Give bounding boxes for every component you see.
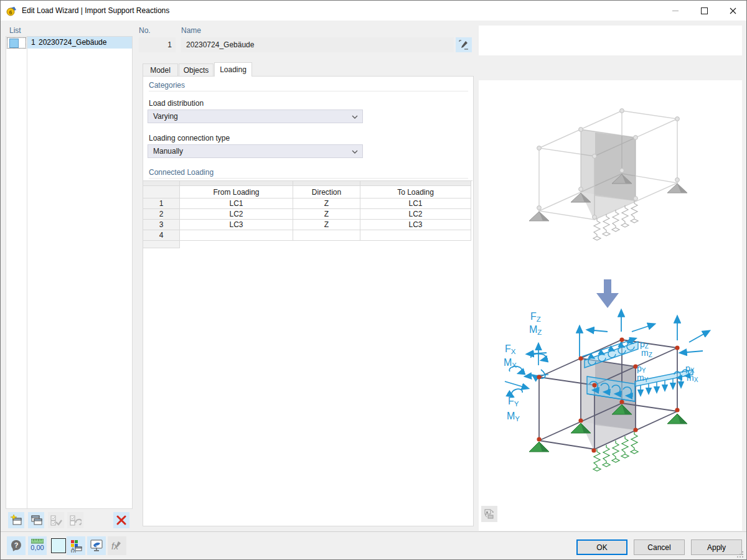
tab-objects[interactable]: Objects	[179, 63, 214, 77]
cell-from[interactable]	[180, 230, 293, 241]
units-settings-button[interactable]: 0,00	[28, 536, 47, 555]
tab-model-label: Model	[150, 66, 171, 75]
formula-editor-button[interactable]: fx	[108, 536, 126, 555]
chevron-down-icon	[352, 115, 358, 119]
list-panel: 1 20230724_Gebäude	[6, 36, 133, 509]
app-icon: 6	[6, 5, 17, 16]
cell-to[interactable]	[360, 230, 471, 241]
cell-direction[interactable]: Z	[293, 209, 360, 220]
label-fy: FY	[508, 396, 519, 408]
table-header-row: From Loading Direction To Loading	[143, 186, 472, 198]
select-all-button[interactable]	[48, 512, 64, 528]
cell-from[interactable]: LC3	[180, 220, 293, 230]
list-item[interactable]: 1 20230724_Gebäude	[27, 37, 132, 49]
svg-text:6: 6	[9, 9, 12, 16]
maximize-button[interactable]	[690, 1, 718, 21]
help-button[interactable]: ?	[7, 536, 26, 555]
tab-loading-label: Loading	[220, 65, 247, 74]
table-spacer-row	[143, 180, 472, 186]
label-mx-dist: mX	[687, 373, 698, 383]
delete-x-icon	[116, 515, 126, 525]
delete-item-button[interactable]	[113, 512, 129, 528]
color-swatch	[51, 538, 66, 553]
rendering-button[interactable]	[87, 536, 106, 555]
list-item-name: 20230724_Gebäude	[39, 37, 106, 49]
tab-loading[interactable]: Loading	[214, 62, 252, 77]
background-color-swatch[interactable]	[49, 536, 68, 555]
load-distribution-value: Varying	[153, 112, 178, 121]
chevron-down-icon	[352, 150, 358, 154]
apply-label: Apply	[707, 543, 726, 552]
table-row: 4	[143, 230, 472, 241]
close-icon	[730, 7, 736, 14]
cancel-label: Cancel	[647, 543, 670, 552]
table-row: 3 LC3 Z LC3	[143, 220, 472, 230]
cancel-button[interactable]: Cancel	[634, 539, 685, 555]
column-header-direction: Direction	[293, 186, 360, 198]
ok-label: OK	[596, 543, 607, 552]
loading-tab-page: Categories Load distribution Varying Loa…	[143, 76, 474, 526]
divider	[149, 178, 468, 179]
apply-button[interactable]: Apply	[691, 539, 742, 555]
new-window-icon	[10, 514, 22, 526]
cell-direction[interactable]: Z	[293, 220, 360, 230]
table-row: 2 LC2 Z LC2	[143, 209, 472, 220]
ok-button[interactable]: OK	[576, 539, 627, 555]
list-label: List	[9, 26, 21, 35]
resize-grip[interactable]	[737, 551, 743, 558]
display-colors-icon: A	[69, 539, 83, 553]
divider	[149, 91, 468, 91]
image-rotate-icon	[484, 508, 495, 520]
connection-type-select[interactable]: Manually	[148, 144, 363, 158]
label-mx: MX	[504, 358, 517, 369]
list-item-checkbox[interactable]	[9, 39, 19, 48]
close-button[interactable]	[718, 1, 747, 21]
tab-model[interactable]: Model	[143, 63, 178, 77]
name-input[interactable]: 20230724_Gebäude	[181, 37, 454, 52]
connected-loading-title: Connected Loading	[149, 168, 214, 177]
cell-from[interactable]: LC2	[180, 209, 293, 220]
column-header-to: To Loading	[360, 186, 471, 198]
comment-box	[479, 26, 742, 55]
fx-icon: fx	[110, 539, 124, 553]
row-number: 3	[143, 220, 180, 230]
checkbox-sync-icon	[69, 514, 82, 526]
title-bar: 6 Edit Load Wizard | Import Support Reac…	[1, 1, 746, 21]
list-divider	[27, 37, 27, 508]
connected-loading-table: From Loading Direction To Loading 1 LC1 …	[143, 180, 472, 248]
copy-windows-icon	[30, 514, 42, 526]
no-label: No.	[139, 26, 151, 35]
structure-preview-diagram	[479, 80, 743, 262]
cell-from[interactable]: LC1	[180, 198, 293, 209]
window-title: Edit Load Wizard | Import Support Reacti…	[22, 6, 169, 15]
gray-wall-overlap	[595, 133, 636, 201]
monitor-icon	[90, 539, 103, 553]
connection-type-label: Loading connection type	[149, 134, 230, 142]
graphics-options-button[interactable]	[481, 506, 497, 522]
cell-direction[interactable]	[293, 230, 360, 241]
tab-objects-label: Objects	[184, 66, 209, 75]
rename-button[interactable]	[456, 37, 472, 52]
row-number: 2	[143, 209, 180, 220]
table-row-tail	[143, 241, 180, 248]
categories-title: Categories	[149, 81, 185, 90]
new-item-button[interactable]	[8, 512, 24, 528]
column-header-from: From Loading	[180, 186, 293, 198]
cell-to[interactable]: LC3	[360, 220, 471, 230]
cell-to[interactable]: LC1	[360, 198, 471, 209]
cell-to[interactable]: LC2	[360, 209, 471, 220]
applied-load-arrow	[596, 279, 619, 308]
load-distribution-select[interactable]: Varying	[148, 110, 363, 123]
display-properties-button[interactable]: A	[67, 536, 85, 555]
cell-direction[interactable]: Z	[293, 198, 360, 209]
decimal-places-label: 0,00	[30, 544, 45, 551]
minimize-button[interactable]	[661, 1, 690, 21]
label-my-dist: mY	[637, 373, 648, 383]
svg-text:?: ?	[14, 541, 19, 549]
copy-item-button[interactable]	[28, 512, 44, 528]
label-fx: FX	[505, 344, 515, 355]
label-fz: FZ	[530, 312, 541, 323]
checkboxes-check-icon	[50, 514, 62, 526]
reset-selection-button[interactable]	[67, 512, 83, 528]
row-number: 4	[143, 230, 180, 241]
